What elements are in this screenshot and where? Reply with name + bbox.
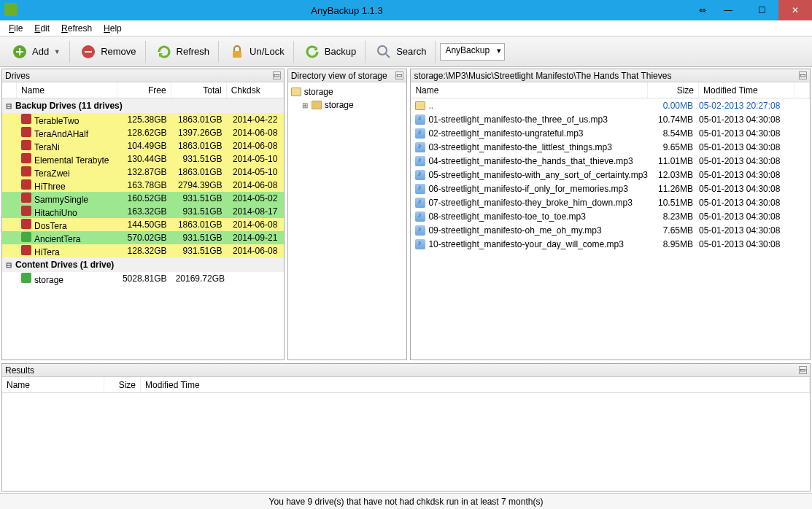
drive-icon <box>21 232 31 242</box>
svg-rect-2 <box>233 51 241 58</box>
file-row[interactable]: 04-streetlight_manifesto-the_hands_that_… <box>411 154 810 168</box>
mode-dropdown[interactable]: AnyBackup <box>440 43 505 61</box>
drive-row[interactable]: HiThree163.78GB2794.39GB2014-06-08 <box>2 179 284 192</box>
drives-panel-title: Drives ▭ <box>2 69 284 82</box>
menu-refresh[interactable]: Refresh <box>57 22 96 35</box>
files-column-header[interactable]: Name Size Modified Time <box>411 82 810 98</box>
svg-point-3 <box>378 46 387 55</box>
directory-tree[interactable]: storage ⊞ storage <box>288 82 407 360</box>
remove-icon <box>79 42 98 61</box>
app-icon <box>4 3 18 16</box>
file-row[interactable]: 03-streetlight_manifesto-the_littlest_th… <box>411 140 810 154</box>
main-panes: Drives ▭ Name Free Total Chkdsk ⊟ Backup… <box>0 67 812 362</box>
status-text: You have 9 drive(s) that have not had ch… <box>269 497 544 507</box>
drives-panel: Drives ▭ Name Free Total Chkdsk ⊟ Backup… <box>1 69 285 360</box>
drive-row[interactable]: Elemental Terabyte130.44GB931.51GB2014-0… <box>2 152 284 166</box>
add-button[interactable]: Add ▼ <box>6 39 65 64</box>
drive-row[interactable]: HiTera128.32GB931.51GB2014-06-08 <box>2 244 284 257</box>
collapse-icon[interactable]: ▭ <box>273 71 281 79</box>
menu-edit[interactable]: Edit <box>30 22 54 35</box>
unlock-button[interactable]: Un/Lock <box>223 39 289 64</box>
collapse-icon[interactable]: ⊟ <box>5 102 12 110</box>
search-icon <box>374 42 393 61</box>
parent-dir-row[interactable]: .. 0.00MB 05-02-2013 20:27:08 <box>411 98 810 112</box>
window-title: AnyBackup 1.1.3 <box>0 5 694 16</box>
file-row[interactable]: 07-streetlight_manifesto-they_broke_him_… <box>411 195 810 209</box>
drive-icon <box>21 219 31 229</box>
title-bar: AnyBackup 1.1.3 ⇔ — ☐ ✕ <box>0 0 812 20</box>
collapse-icon[interactable]: ▭ <box>799 366 807 374</box>
refresh-button[interactable]: Refresh <box>150 39 214 64</box>
search-button[interactable]: Search <box>370 39 430 64</box>
remove-button[interactable]: Remove <box>74 39 140 64</box>
drive-icon <box>21 245 31 255</box>
tree-child[interactable]: ⊞ storage <box>291 98 404 112</box>
music-file-icon <box>415 198 425 208</box>
expand-icon[interactable]: ⊞ <box>301 101 309 109</box>
drive-row[interactable]: TerableTwo125.38GB1863.01GB2014-04-22 <box>2 113 284 126</box>
drive-icon <box>21 166 31 176</box>
file-body: Name Size Modified Time .. 0.00MB 05-02-… <box>411 82 810 360</box>
drive-icon <box>21 153 31 163</box>
collapse-icon[interactable]: ▭ <box>395 71 403 79</box>
drive-row[interactable]: SammySingle160.52GB931.51GB2014-05-02 <box>2 192 284 205</box>
drive-icon <box>21 179 31 190</box>
collapse-icon[interactable]: ⊟ <box>5 261 12 269</box>
drive-row[interactable]: TeraNi104.49GB1863.01GB2014-06-08 <box>2 139 284 152</box>
drives-column-header[interactable]: Name Free Total Chkdsk <box>2 82 284 98</box>
add-icon <box>10 42 29 61</box>
tree-root[interactable]: storage <box>291 85 404 98</box>
directory-panel-title: Directory view of storage ▭ <box>288 69 407 82</box>
file-row[interactable]: 01-streetlight_manifesto-the_three_of_us… <box>411 112 810 126</box>
file-panel-title: storage:\MP3\Music\Streetlight Manifesto… <box>411 69 810 82</box>
directory-panel: Directory view of storage ▭ storage ⊞ st… <box>287 69 408 360</box>
music-file-icon <box>415 170 425 180</box>
backup-icon <box>303 42 322 61</box>
maximize-button[interactable]: ☐ <box>745 0 778 20</box>
folder-up-icon <box>415 101 425 110</box>
drive-icon <box>21 127 31 137</box>
window-controls: — ☐ ✕ <box>711 0 812 20</box>
close-button[interactable]: ✕ <box>778 0 812 20</box>
file-row[interactable]: 02-streetlight_manifesto-ungrateful.mp38… <box>411 126 810 140</box>
file-row[interactable]: 06-streetlight_manifesto-if_only_for_mem… <box>411 182 810 195</box>
drive-row[interactable]: TeraAndAHalf128.62GB1397.26GB2014-06-08 <box>2 126 284 139</box>
file-row[interactable]: 09-streetlight_manifesto-oh_me_oh_my.mp3… <box>411 223 810 237</box>
lock-icon <box>228 42 247 61</box>
drive-row[interactable]: TeraZwei132.87GB1863.01GB2014-05-10 <box>2 166 284 179</box>
drive-group-content[interactable]: ⊟ Content Drives (1 drive) <box>2 257 284 272</box>
refresh-icon <box>155 42 174 61</box>
music-file-icon <box>415 142 425 152</box>
menu-file[interactable]: File <box>4 22 27 35</box>
drive-icon <box>21 140 31 150</box>
file-row[interactable]: 08-streetlight_manifesto-toe_to_toe.mp38… <box>411 209 810 223</box>
folder-icon <box>312 101 322 109</box>
music-file-icon <box>415 211 425 222</box>
drive-row[interactable]: AncientTera570.02GB931.51GB2014-09-21 <box>2 231 284 244</box>
restore-arrows-icon[interactable]: ⇔ <box>694 5 711 15</box>
drive-row[interactable]: storage5028.81GB20169.72GB <box>2 272 284 285</box>
menu-bar: File Edit Refresh Help <box>0 20 812 36</box>
music-file-icon <box>415 184 425 194</box>
drive-row[interactable]: HitachiUno163.32GB931.51GB2014-08-17 <box>2 205 284 218</box>
file-row[interactable]: 05-streetlight_manifesto-with_any_sort_o… <box>411 168 810 182</box>
music-file-icon <box>415 156 425 166</box>
drive-icon <box>21 206 31 216</box>
file-row[interactable]: 10-streetlight_manifesto-your_day_will_c… <box>411 237 810 251</box>
backup-button[interactable]: Backup <box>298 39 360 64</box>
drive-group-backup[interactable]: ⊟ Backup Drives (11 drives) <box>2 98 284 113</box>
collapse-icon[interactable]: ▭ <box>799 71 807 79</box>
music-file-icon <box>415 239 425 249</box>
results-panel: Results ▭ Name Size Modified Time <box>1 363 811 491</box>
results-body[interactable] <box>2 393 810 491</box>
results-column-header[interactable]: Name Size Modified Time <box>2 377 810 393</box>
drive-row[interactable]: DosTera144.50GB1863.01GB2014-06-08 <box>2 218 284 231</box>
drive-icon <box>21 273 31 283</box>
dropdown-arrow-icon[interactable]: ▼ <box>53 48 61 55</box>
music-file-icon <box>415 225 425 236</box>
minimize-button[interactable]: — <box>711 0 745 20</box>
drive-icon <box>21 114 31 124</box>
menu-help[interactable]: Help <box>99 22 126 35</box>
drive-icon <box>21 193 31 203</box>
drives-body: Name Free Total Chkdsk ⊟ Backup Drives (… <box>2 82 284 360</box>
